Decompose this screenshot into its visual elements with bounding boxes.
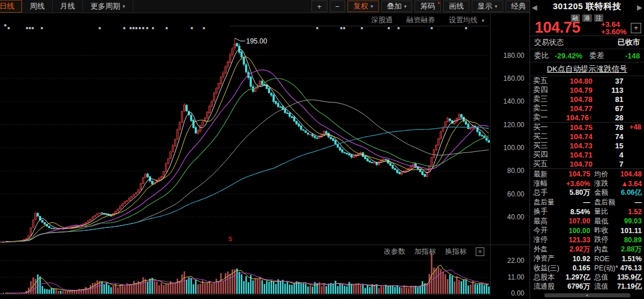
tab-周线[interactable]: 周线: [22, 0, 53, 13]
stat-row: 最新104.75均价104.48: [534, 170, 642, 179]
last-price: 104.75: [535, 19, 580, 37]
stock-app-window: 180.00160.00140.00120.00100.0080.0060.00…: [0, 0, 644, 299]
vol-link-加指标[interactable]: 加指标: [414, 247, 436, 257]
stats-grid: 最新104.75均价104.48涨幅+3.60%涨跌▲3.64总手5.80万金额…: [530, 169, 644, 292]
vol-link-换指标[interactable]: 换指标: [445, 247, 467, 257]
svg-text:40.00: 40.00: [507, 213, 524, 221]
next-stock-arrow-icon[interactable]: ▶: [637, 3, 642, 11]
toolbar-button-−[interactable]: −: [330, 1, 346, 12]
ask-row[interactable]: 卖二104.7767: [533, 104, 641, 113]
quote-panel: ◀ ▶ 301205 联特科技 融港注 104.75 +3.64 +3.60% …: [530, 0, 644, 299]
tab-月线[interactable]: 月线: [53, 0, 83, 13]
stat-row: 换手8.54%量比1.52: [534, 207, 642, 217]
panel-collapse-row: ▲: [530, 293, 644, 297]
svg-text:11.00: 11.00: [508, 273, 524, 281]
tab-日线[interactable]: 日线: [0, 0, 22, 13]
dk-signal-link[interactable]: DK点自动提示涨跌信号: [530, 62, 644, 76]
stat-row: 涨停121.33跌停80.89: [534, 235, 642, 245]
period-toolbar: 日线周线月线更多周期▾ +−复权▾叠加▾筹码●画线显示▾经典隐藏»: [0, 0, 530, 13]
svg-text:80.00: 80.00: [507, 167, 524, 175]
bid-row[interactable]: 买五104.707: [533, 159, 641, 168]
link-融资融券[interactable]: 融资融券: [406, 15, 435, 25]
stat-row: 外盘2.92万内盘2.88万: [534, 245, 642, 254]
subheader-divider: [230, 26, 489, 26]
weicha-value: -148: [625, 52, 640, 60]
ask-row[interactable]: 卖四104.79113: [533, 85, 641, 95]
bid-row[interactable]: 买二104.7474: [533, 132, 641, 141]
quote-header: ◀ ▶ 301205 联特科技 融港注 104.75 +3.64 +3.60% …: [530, 0, 644, 36]
bid-row[interactable]: 买四104.714: [533, 150, 641, 159]
ask-row[interactable]: 卖一104.76↑28: [533, 113, 641, 123]
stat-row: 总手5.80万金额6.06亿: [534, 188, 642, 198]
toolbar-button-叠加[interactable]: 叠加▾: [381, 1, 413, 12]
stat-row: 收益(三)0.165PE(动)*476.13: [534, 263, 642, 273]
ask-row[interactable]: 卖五104.8037: [533, 76, 641, 85]
link-深股通[interactable]: 深股通: [371, 15, 393, 25]
link-设置均线[interactable]: 设置均线 ▾: [449, 15, 484, 25]
toolbar-button-显示[interactable]: 显示▾: [472, 1, 503, 12]
svg-text:22.00: 22.00: [507, 257, 524, 265]
svg-text:120.00: 120.00: [503, 121, 524, 129]
ask-row[interactable]: 卖三104.7881: [533, 95, 641, 104]
collapse-handle[interactable]: ▲: [544, 293, 630, 297]
stat-row: 盘后量—盘后额—: [534, 198, 642, 207]
sell-signal-marker: S: [228, 236, 232, 242]
trade-status-row: 交易状态 已收市: [530, 36, 644, 49]
stat-row: 涨幅+3.60%涨跌▲3.64: [534, 179, 642, 188]
stat-row: 总股本1.297亿总值135.9亿: [534, 273, 642, 282]
chart-subheader-links: 深股通融资融券设置均线 ▾: [0, 15, 484, 25]
toolbar-button-画线[interactable]: 画线: [443, 1, 469, 12]
vol-link-改参数[interactable]: 改参数: [384, 247, 406, 257]
svg-text:180.00: 180.00: [503, 52, 524, 60]
badge-港: 港: [582, 14, 592, 22]
indicator-links: 改参数加指标换指标×: [0, 247, 484, 257]
bid-row[interactable]: 买三104.7315: [533, 141, 641, 150]
weibi-row: 委比 -29.42% 委差 -148: [530, 49, 644, 62]
svg-text:100.00: 100.00: [503, 144, 524, 152]
svg-text:0.00: 0.00: [511, 289, 525, 297]
price-change: +3.64 +3.60%: [601, 21, 626, 36]
toolbar-button-筹码[interactable]: 筹码●: [414, 1, 441, 12]
prev-stock-arrow-icon[interactable]: ◀: [532, 3, 537, 11]
weibi-value: -29.42%: [555, 52, 582, 60]
order-book: 卖五104.8037卖四104.79113卖三104.7881卖二104.776…: [530, 76, 644, 169]
svg-text:140.00: 140.00: [503, 97, 524, 105]
bid-row[interactable]: 买一104.7578+48: [533, 123, 641, 132]
stat-row: 流通股6796万流值71.19亿: [534, 282, 642, 292]
tab-更多周期[interactable]: 更多周期▾: [83, 0, 133, 13]
add-to-watchlist-button[interactable]: +: [631, 23, 641, 33]
toolbar-button-+[interactable]: +: [311, 1, 327, 12]
toolbar-button-经典[interactable]: 经典: [505, 1, 532, 12]
close-indicator-button[interactable]: ×: [476, 247, 484, 256]
stat-row: 最高107.00最低99.03: [534, 217, 642, 226]
stock-title: 301205 联特科技: [530, 0, 644, 12]
stat-row: 净资产10.92ROE1.51%: [534, 254, 642, 263]
period-tabs: 日线周线月线更多周期▾: [0, 0, 133, 13]
toolbar-button-复权[interactable]: 复权▾: [347, 1, 379, 12]
trade-status-value: 已收市: [618, 37, 640, 48]
peak-price-annotation: 195.00: [246, 37, 267, 45]
stat-row: 今开100.00昨收101.11: [534, 226, 642, 235]
svg-text:160.00: 160.00: [503, 74, 524, 82]
svg-text:60.00: 60.00: [507, 190, 524, 198]
